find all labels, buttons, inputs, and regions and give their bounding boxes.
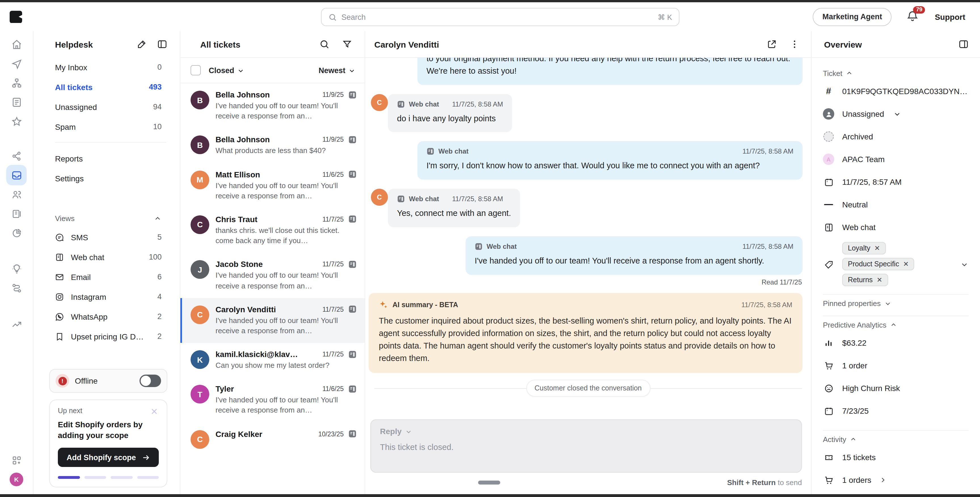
views-section-header[interactable]: Views (55, 214, 162, 223)
knowledge-icon[interactable] (10, 207, 23, 221)
sidebar-item-my-inbox[interactable]: My Inbox 0 (49, 57, 167, 77)
chevron-down-icon[interactable] (960, 242, 969, 268)
table-row[interactable]: B Bella Johnson 11/9/25 I've handed you … (180, 83, 365, 129)
reply-mode-label: Reply (380, 427, 401, 436)
insights-icon[interactable] (10, 262, 23, 275)
status-filter-dropdown[interactable]: Closed (209, 66, 245, 75)
sidebar-item-web-chat[interactable]: Web chat 100 (49, 247, 167, 267)
sentiment-row[interactable]: Neutral (823, 193, 969, 216)
marketing-agent-button[interactable]: Marketing Agent (813, 8, 892, 26)
add-shopify-scope-button[interactable]: Add Shopify scope (58, 448, 159, 467)
composer-resize-handle[interactable] (478, 481, 500, 484)
ticket-section-header[interactable]: Ticket (823, 69, 969, 78)
sort-dropdown[interactable]: Newest (318, 66, 356, 75)
send-icon[interactable] (10, 57, 23, 70)
compose-icon[interactable] (137, 39, 147, 49)
table-row[interactable]: J Jacob Stone 11/7/25 I've handed you of… (180, 253, 365, 298)
ticket-date: 10/23/25 (318, 430, 344, 437)
sidebar-item-upset-pricing[interactable]: Upset pricing IG D… 2 (49, 326, 167, 346)
sidebar-item-unassigned[interactable]: Unassigned 94 (49, 97, 167, 117)
remove-tag-icon[interactable]: ✕ (877, 276, 883, 284)
composer-placeholder: This ticket is closed. (380, 443, 792, 452)
ticket-preview: I've handed you off to our team! You'll … (215, 101, 357, 122)
sidebar-item-spam[interactable]: Spam 10 (49, 117, 167, 137)
assignee-row[interactable]: Unassigned (823, 103, 969, 125)
reply-composer[interactable]: Reply This ticket is closed. (370, 419, 802, 473)
home-icon[interactable] (10, 37, 23, 51)
lifetime-value: $63.22 (842, 338, 867, 348)
web-chat-channel-icon (348, 385, 357, 393)
tag-chip[interactable]: Returns✕ (842, 274, 888, 286)
automation-icon[interactable] (10, 281, 23, 295)
message-text: do i have any loyalty points (397, 113, 503, 125)
user-avatar[interactable]: K (10, 473, 23, 486)
ticket-id-row[interactable]: # 01K9F9QGTKQED98AC033DYN… (823, 80, 969, 103)
activity-header[interactable]: Activity (823, 435, 969, 444)
ticket-list-title: All tickets (200, 40, 240, 49)
close-icon[interactable] (150, 407, 159, 416)
sidebar-item-settings[interactable]: Settings (49, 168, 167, 188)
notifications-button[interactable]: 79 (907, 10, 920, 24)
share-icon[interactable] (10, 149, 23, 163)
search-tickets-icon[interactable] (319, 39, 329, 49)
reply-mode-dropdown[interactable]: Reply (380, 427, 792, 436)
filter-icon[interactable] (342, 39, 352, 49)
ticket-preview: What products are less than $40? (215, 146, 357, 156)
customers-icon[interactable] (10, 187, 23, 201)
chevron-up-icon (154, 214, 162, 222)
table-row[interactable]: K kamil.klasicki@klav… 11/7/25 Can you s… (180, 343, 365, 378)
inbox-icon-active[interactable] (6, 165, 27, 185)
sidebar-item-reports[interactable]: Reports (49, 148, 167, 168)
avatar: M (191, 170, 209, 189)
remove-tag-icon[interactable]: ✕ (903, 260, 909, 268)
notes-icon[interactable] (10, 95, 23, 109)
table-row[interactable]: C Chris Traut 11/7/25 thanks chris. we'l… (180, 208, 365, 253)
overview-title: Overview (824, 40, 862, 49)
select-all-checkbox[interactable] (191, 65, 201, 75)
support-link[interactable]: Support (935, 12, 965, 21)
team-row[interactable]: A APAC Team (823, 148, 969, 171)
table-row[interactable]: C Craig Kelker 10/23/25 (180, 422, 365, 455)
availability-toggle[interactable] (140, 375, 161, 387)
sidebar-item-instagram[interactable]: Instagram 4 (49, 287, 167, 306)
ticket-preview: I've handed you off to our team! You'll … (215, 271, 357, 291)
table-row[interactable]: B Bella Johnson 11/9/25 What products ar… (180, 129, 365, 163)
star-icon[interactable] (10, 114, 23, 128)
team-value: APAC Team (842, 155, 885, 164)
kebab-menu-icon[interactable] (789, 39, 800, 49)
sidebar-item-sms[interactable]: SMS 5 (49, 227, 167, 247)
sidebar-item-label: Instagram (71, 292, 107, 301)
table-row[interactable]: M Matt Ellison 11/6/25 I've handed you o… (180, 163, 365, 208)
channel-label: Web chat (438, 148, 468, 156)
collapse-sidebar-icon[interactable] (157, 39, 167, 49)
global-search-input[interactable]: Search ⌘ K (321, 8, 679, 26)
sidebar-item-count: 2 (158, 332, 162, 341)
web-chat-channel-icon (348, 215, 357, 224)
ticket-customer-name: Matt Ellison (215, 170, 318, 179)
sidebar-item-email[interactable]: Email 6 (49, 267, 167, 287)
trends-icon[interactable] (10, 318, 23, 331)
tag-chip[interactable]: Product Specific✕ (842, 258, 915, 270)
workflow-icon[interactable] (10, 76, 23, 89)
open-external-icon[interactable] (767, 39, 777, 49)
collapse-panel-icon[interactable] (958, 39, 969, 49)
agent-message-clipped: to your original payment method. If you … (417, 58, 802, 85)
apps-icon[interactable] (10, 453, 23, 467)
ticket-customer-name: Chris Traut (215, 215, 318, 224)
predictive-analytics-header[interactable]: Predictive Analytics (823, 321, 969, 329)
archived-status-icon (824, 132, 834, 142)
tag-chip[interactable]: Loyalty✕ (842, 242, 886, 254)
conversation-panel: Carolyn Venditti to your original paymen… (365, 31, 811, 494)
remove-tag-icon[interactable]: ✕ (874, 244, 880, 252)
upnext-kicker: Up next (58, 407, 82, 415)
status-row[interactable]: Archived (823, 125, 969, 148)
pinned-properties-header[interactable]: Pinned properties (823, 299, 969, 308)
agent-message: Web chat 11/7/25, 8:58 AM I'm sorry, I d… (417, 141, 802, 180)
sidebar-item-all-tickets[interactable]: All tickets 493 (49, 77, 167, 97)
activity-orders-row[interactable]: 1 orders (823, 468, 969, 491)
table-row[interactable]: C Carolyn Venditti 11/7/25 I've handed y… (180, 298, 365, 343)
app-logo-icon[interactable] (10, 11, 22, 23)
sidebar-item-whatsapp[interactable]: WhatsApp 2 (49, 306, 167, 326)
table-row[interactable]: T Tyler 11/6/25 I've handed you off to o… (180, 378, 365, 423)
pie-chart-icon[interactable] (10, 226, 23, 240)
